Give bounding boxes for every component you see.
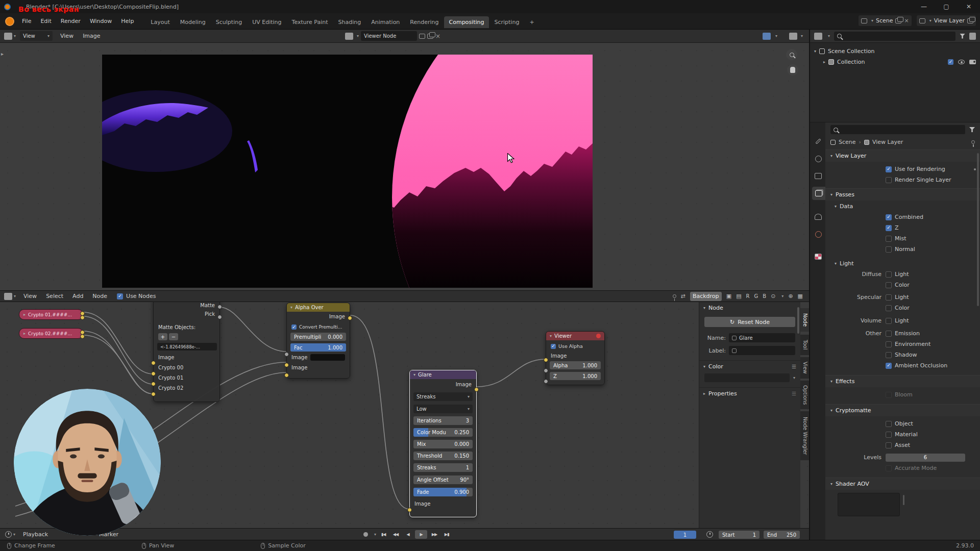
shader-aov-section-header[interactable]: ▾Shader AOV: [825, 478, 980, 490]
tab-texture-icon[interactable]: [812, 250, 824, 263]
tab-view-layer-icon[interactable]: [812, 187, 825, 200]
menu-edit[interactable]: Edit: [36, 13, 56, 29]
crypto01-input-socket[interactable]: [151, 382, 156, 386]
alpha-input-socket[interactable]: [544, 368, 548, 373]
cryptomatte-section-header[interactable]: ▾Cryptomatte: [825, 404, 980, 416]
image-overlay-icon[interactable]: ▣: [726, 293, 731, 299]
fac-input-socket[interactable]: [284, 352, 289, 357]
pin-icon[interactable]: [673, 294, 676, 298]
channel-r-button[interactable]: R: [746, 293, 750, 299]
properties-search-input[interactable]: [830, 125, 965, 134]
image-editor-viewport[interactable]: ▸: [0, 43, 810, 290]
render-single-layer-checkbox[interactable]: [886, 177, 892, 183]
filter-icon[interactable]: [969, 127, 975, 132]
node-viewer[interactable]: ▾Viewer Use Alpha Image Alpha1.000 Z1.00…: [546, 331, 605, 385]
node-panel-header[interactable]: ▾Node: [699, 302, 800, 314]
display-channels-icon[interactable]: [763, 33, 771, 40]
view-layer-selector[interactable]: ▾ View Layer: [917, 15, 976, 26]
prev-keyframe-button[interactable]: ◀◀: [390, 530, 401, 539]
image-input-socket[interactable]: [544, 358, 548, 362]
workspace-tab-animation[interactable]: Animation: [366, 16, 405, 28]
use-alpha-checkbox[interactable]: [551, 344, 556, 349]
tab-world-icon[interactable]: [812, 228, 824, 241]
image-datablock-field[interactable]: Viewer Node: [361, 31, 417, 41]
compositor-editor-type-icon[interactable]: [4, 293, 12, 300]
unlink-image-icon[interactable]: ×: [435, 33, 440, 40]
effects-section-header[interactable]: ▾Effects: [825, 375, 980, 387]
tab-scene-icon[interactable]: [812, 210, 824, 223]
playback-sync-icon[interactable]: [706, 531, 713, 538]
image1-input-socket[interactable]: [284, 363, 289, 367]
panel-scrollbar[interactable]: [797, 307, 799, 334]
emission-checkbox[interactable]: [886, 331, 892, 337]
render-slot-icon[interactable]: [789, 33, 797, 40]
outliner-editor-type-icon[interactable]: [814, 33, 822, 40]
channel-b-button[interactable]: B: [763, 293, 766, 299]
workspace-tab-rendering[interactable]: Rendering: [405, 16, 444, 28]
node-alpha-over[interactable]: ▾Alpha Over Image Convert Premulti... Pr…: [286, 303, 350, 379]
scene-name[interactable]: Scene: [876, 17, 893, 24]
fac-slider[interactable]: Fac1.000: [290, 343, 346, 352]
close-button[interactable]: ✕: [958, 0, 980, 13]
alpha-field[interactable]: Alpha1.000: [550, 361, 601, 369]
image-editor-mode-dropdown[interactable]: View▾: [20, 31, 53, 41]
use-nodes-checkbox[interactable]: [117, 293, 123, 299]
image-editor-menu-image[interactable]: Image: [78, 30, 105, 42]
breadcrumb-scene[interactable]: Scene: [839, 139, 856, 145]
properties-scrollbar[interactable]: [977, 153, 979, 306]
cryptomatte-asset-checkbox[interactable]: [886, 442, 892, 448]
animate-dot[interactable]: [974, 168, 976, 170]
node-crypto-02[interactable]: ▸ Crypto 02.####...: [19, 328, 83, 339]
diffuse-light-checkbox[interactable]: [886, 271, 892, 278]
accurate-mode-checkbox[interactable]: [886, 465, 892, 471]
data-subsection-header[interactable]: ▾Data: [825, 201, 980, 212]
node-cryptomatte[interactable]: Matte Pick Matte Objects: + − <-1.826496…: [153, 302, 220, 402]
view-layer-section-header[interactable]: ▾View Layer: [825, 149, 980, 162]
editor-divider[interactable]: [809, 30, 810, 540]
jump-to-end-button[interactable]: ▶▮: [442, 530, 452, 539]
timeline-editor-icon[interactable]: [5, 531, 12, 538]
bloom-checkbox[interactable]: [886, 392, 892, 398]
prev-frame-button[interactable]: ◀: [403, 530, 413, 539]
pin-id-icon[interactable]: [971, 140, 975, 144]
channel-g-button[interactable]: G: [754, 293, 758, 299]
specular-light-checkbox[interactable]: [886, 294, 892, 300]
mix-slider[interactable]: Mix0.000: [413, 440, 473, 448]
current-frame-field[interactable]: 1: [674, 531, 696, 539]
tab-tool-icon[interactable]: [812, 135, 824, 148]
levels-slider[interactable]: 6: [886, 454, 965, 462]
add-matte-button[interactable]: +: [158, 333, 167, 340]
presets-menu-icon[interactable]: ☰: [792, 364, 796, 369]
combined-checkbox[interactable]: [886, 214, 892, 220]
light-subsection-header[interactable]: ▾Light: [825, 258, 980, 269]
node-color-swatch[interactable]: [704, 373, 790, 382]
blender-menu-icon[interactable]: [5, 17, 14, 26]
workspace-tab-compositing[interactable]: Compositing: [444, 16, 489, 28]
ambient-occlusion-checkbox[interactable]: [886, 363, 892, 369]
reset-node-button[interactable]: ↻ Reset Node: [704, 317, 795, 327]
maximize-button[interactable]: ▢: [935, 0, 958, 13]
tab-render-icon[interactable]: [812, 152, 824, 165]
copy-image-icon[interactable]: [427, 34, 433, 39]
z-checkbox[interactable]: [886, 225, 892, 231]
new-view-layer-icon[interactable]: [967, 18, 973, 23]
pick-output-socket[interactable]: [217, 315, 222, 319]
specular-color-checkbox[interactable]: [886, 305, 892, 311]
toolbar-expand-arrow[interactable]: ▸: [1, 51, 4, 57]
matte-output-socket[interactable]: [217, 305, 222, 309]
image-editor-menu-view[interactable]: View: [56, 30, 78, 42]
cryptomatte-material-checkbox[interactable]: [886, 432, 892, 438]
image2-input-socket[interactable]: [284, 373, 289, 378]
fade-slider[interactable]: Fade0.900: [413, 488, 473, 496]
expand-icon[interactable]: ▸: [823, 60, 825, 64]
next-frame-button[interactable]: ▶▶: [429, 530, 439, 539]
gizmo-icon[interactable]: ⊕: [788, 293, 793, 299]
premultiply-slider[interactable]: Premultipli0.000: [290, 333, 346, 341]
cryptomatte-object-checkbox[interactable]: [886, 421, 892, 427]
pan-hand-gizmo-icon[interactable]: [787, 64, 798, 76]
play-button[interactable]: ▶: [415, 530, 427, 539]
hide-viewport-icon[interactable]: [958, 60, 965, 64]
aov-list-scrollbar[interactable]: [903, 495, 904, 505]
color-modulation-slider[interactable]: Color Modu0.250: [413, 428, 473, 437]
crypto00-input-socket[interactable]: [151, 371, 156, 376]
